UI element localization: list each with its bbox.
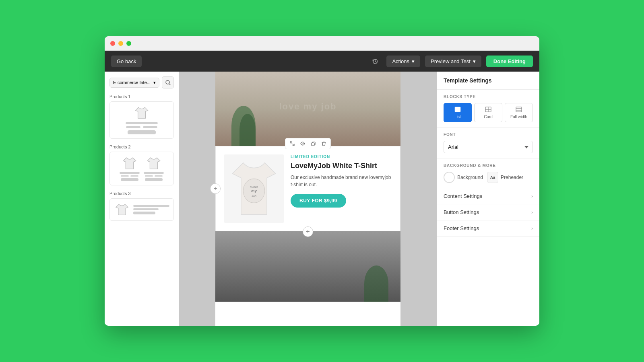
background-option[interactable]: Background <box>444 172 483 183</box>
delete-icon[interactable] <box>319 139 328 148</box>
svg-text:my: my <box>251 189 257 193</box>
button-settings-section[interactable]: Button Settings › <box>437 204 539 220</box>
fullwidth-label: Full width <box>510 115 527 119</box>
product-group-1-label: Products 1 <box>109 94 174 99</box>
actions-button[interactable]: Actions ▾ <box>386 56 420 67</box>
product-image: #Love my Job <box>224 154 284 223</box>
product-group-3: Products 3 <box>109 191 174 221</box>
actions-label: Actions <box>392 58 409 64</box>
background-option-label: Background <box>457 175 483 180</box>
preheader-icon: Aa <box>487 172 498 183</box>
button-settings-chevron-icon: › <box>531 210 533 215</box>
fullwidth-icon <box>516 107 522 113</box>
background-more-section: BACKGROUND & MORE Background Aa Preheade… <box>437 158 539 188</box>
product-template-3[interactable] <box>109 198 174 221</box>
svg-text:Job: Job <box>251 194 256 198</box>
footer-image <box>215 231 400 302</box>
left-sidebar: E-commerce Inte... ▾ Products 1 <box>105 72 179 326</box>
footer-settings-section[interactable]: Footer Settings › <box>437 220 539 237</box>
product-group-2: Products 2 <box>109 144 174 185</box>
footer-settings-label: Footer Settings <box>444 225 479 231</box>
footer-settings-chevron-icon: › <box>531 226 533 231</box>
blocks-type-label: BLOCKS TYPE <box>444 95 533 99</box>
search-button[interactable] <box>162 76 174 88</box>
canvas-area: love my job <box>179 72 437 326</box>
header-image: love my job <box>215 72 400 146</box>
dropdown-chevron-icon: ▾ <box>153 80 156 85</box>
svg-rect-5 <box>312 143 314 146</box>
sidebar-search-row: E-commerce Inte... ▾ <box>109 76 174 88</box>
font-select[interactable]: Arial Helvetica Georgia Times New Roman … <box>444 141 533 153</box>
svg-rect-13 <box>455 107 460 108</box>
placeholder-line <box>126 122 158 124</box>
product-group-2-label: Products 2 <box>109 144 174 149</box>
category-dropdown[interactable]: E-commerce Inte... ▾ <box>109 78 159 88</box>
main-content: E-commerce Inte... ▾ Products 1 <box>105 72 539 326</box>
list-icon <box>454 107 461 113</box>
preheader-option-label: Preheader <box>501 175 523 180</box>
preview-label: Preview and Test <box>431 58 471 64</box>
block-type-card-button[interactable]: Card <box>474 103 502 122</box>
preview-button[interactable]: Preview and Test ▾ <box>425 56 481 67</box>
background-options-row: Background Aa Preheader <box>444 172 533 183</box>
block-type-fullwidth-button[interactable]: Full width <box>505 103 533 122</box>
expand-icon[interactable] <box>288 139 297 148</box>
canvas-scroll[interactable]: love my job <box>179 72 437 326</box>
close-button[interactable] <box>110 41 115 46</box>
card-label: Card <box>484 115 493 119</box>
buy-button[interactable]: BUY FOR $9,99 <box>291 194 346 208</box>
email-canvas: love my job <box>215 72 400 326</box>
background-color-swatch <box>444 172 455 183</box>
eye-icon[interactable] <box>298 139 307 148</box>
product-template-2[interactable] <box>109 152 174 185</box>
app-window: Go back Actions ▾ Preview and Test ▾ Don… <box>105 36 539 326</box>
content-settings-label: Content Settings <box>444 193 482 199</box>
product-badge: LIMITED EDITION <box>291 154 392 159</box>
svg-text:#Love: #Love <box>250 185 258 189</box>
fullscreen-button[interactable] <box>126 41 131 46</box>
add-block-bottom-button[interactable]: + <box>303 226 313 237</box>
preheader-option[interactable]: Aa Preheader <box>487 172 523 183</box>
product-title: LoveMyJob White T-Shirt <box>291 161 392 171</box>
duplicate-icon[interactable] <box>309 139 318 148</box>
blocks-type-section: BLOCKS TYPE List <box>437 90 539 128</box>
svg-rect-17 <box>516 107 522 112</box>
product-block-container: + #Love my Job <box>215 146 400 231</box>
font-section: FONT Arial Helvetica Georgia Times New R… <box>437 128 539 158</box>
blocks-type-row: List Card <box>444 103 533 122</box>
preview-chevron-icon: ▾ <box>473 58 476 64</box>
product-info: LIMITED EDITION LoveMyJob White T-Shirt … <box>291 154 392 223</box>
titlebar <box>105 36 539 51</box>
right-sidebar: Template Settings BLOCKS TYPE <box>437 72 539 326</box>
list-label: List <box>454 115 461 119</box>
button-settings-label: Button Settings <box>444 209 479 215</box>
svg-line-1 <box>169 84 170 85</box>
actions-chevron-icon: ▾ <box>412 58 415 64</box>
product-group-3-label: Products 3 <box>109 191 174 196</box>
placeholder-line <box>126 126 140 128</box>
font-label: FONT <box>444 132 533 137</box>
product-description: Our exclusive handmade brand new lovemyj… <box>291 174 392 188</box>
content-settings-chevron-icon: › <box>531 193 533 199</box>
product-template-1[interactable] <box>109 101 174 139</box>
done-editing-button[interactable]: Done Editing <box>486 56 533 67</box>
content-settings-section[interactable]: Content Settings › <box>437 188 539 204</box>
background-more-label: BACKGROUND & MORE <box>444 163 533 168</box>
block-controls <box>285 138 331 149</box>
svg-point-4 <box>302 143 303 144</box>
toolbar: Go back Actions ▾ Preview and Test ▾ Don… <box>105 51 539 72</box>
placeholder-line <box>143 126 157 128</box>
product-block[interactable]: + #Love my Job <box>215 146 400 231</box>
minimize-button[interactable] <box>118 41 123 46</box>
product-group-1: Products 1 <box>109 94 174 139</box>
product-icon-1 <box>120 156 140 181</box>
product-icon-2 <box>144 156 164 181</box>
template-settings-header: Template Settings <box>437 72 539 90</box>
go-back-button[interactable]: Go back <box>111 56 142 67</box>
add-block-left-button[interactable]: + <box>210 183 221 194</box>
history-button[interactable] <box>369 55 382 68</box>
dropdown-label: E-commerce Inte... <box>113 80 151 85</box>
product-row <box>120 156 164 181</box>
placeholder-block <box>128 130 156 134</box>
block-type-list-button[interactable]: List <box>444 103 472 122</box>
